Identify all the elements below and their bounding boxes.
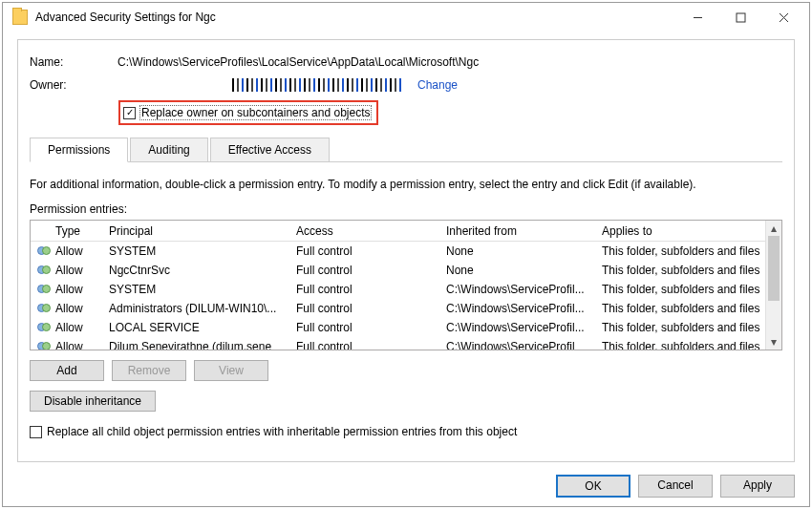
cell-inherited: None — [442, 264, 598, 277]
disable-inheritance-button[interactable]: Disable inheritance — [30, 391, 156, 412]
cell-type: Allow — [52, 302, 105, 315]
table-row[interactable]: AllowSYSTEMFull controlNoneThis folder, … — [31, 242, 765, 261]
remove-button[interactable]: Remove — [112, 360, 186, 381]
cell-inherited: C:\Windows\ServiceProfil... — [442, 283, 598, 296]
owner-label: Owner: — [30, 78, 118, 92]
cell-type: Allow — [52, 283, 105, 296]
replace-child-label: Replace all child object permission entr… — [47, 425, 517, 438]
cell-principal: NgcCtnrSvc — [105, 264, 292, 277]
scroll-down-icon[interactable]: ▾ — [766, 334, 782, 350]
cell-access: Full control — [292, 321, 442, 334]
content-panel: Name: C:\Windows\ServiceProfiles\LocalSe… — [17, 39, 795, 462]
cell-applies: This folder, subfolders and files — [598, 244, 765, 258]
view-button[interactable]: View — [194, 360, 268, 381]
col-inherited[interactable]: Inherited from — [442, 224, 598, 238]
users-icon — [37, 245, 52, 257]
table-row[interactable]: AllowSYSTEMFull controlC:\Windows\Servic… — [31, 280, 765, 299]
col-principal[interactable]: Principal — [105, 224, 292, 238]
col-applies[interactable]: Applies to — [598, 224, 765, 238]
titlebar: Advanced Security Settings for Ngc — [3, 3, 809, 32]
permission-entries-label: Permission entries: — [30, 202, 782, 216]
cell-access: Full control — [292, 283, 442, 296]
name-label: Name: — [30, 55, 118, 69]
cell-principal: LOCAL SERVICE — [105, 321, 292, 334]
table-row[interactable]: AllowLOCAL SERVICEFull controlC:\Windows… — [31, 318, 765, 337]
add-button[interactable]: Add — [30, 360, 104, 381]
scroll-up-icon[interactable]: ▴ — [766, 221, 782, 236]
cell-inherited: None — [442, 244, 598, 258]
cell-applies: This folder, subfolders and files — [598, 264, 765, 277]
tab-effective-access[interactable]: Effective Access — [210, 138, 330, 162]
cell-applies: This folder, subfolders and files — [598, 340, 765, 350]
tab-bar: Permissions Auditing Effective Access — [30, 138, 782, 162]
cell-type: Allow — [52, 340, 105, 350]
cell-type: Allow — [52, 244, 105, 258]
svg-rect-1 — [737, 13, 745, 22]
dialog-buttons: OK Cancel Apply — [556, 475, 795, 498]
cell-access: Full control — [292, 302, 442, 315]
cell-access: Full control — [292, 264, 442, 277]
permissions-table: Type Principal Access Inherited from App… — [30, 220, 782, 350]
replace-owner-label: Replace owner on subcontainers and objec… — [139, 105, 372, 120]
cell-type: Allow — [52, 321, 105, 334]
cell-principal: Dilum Senevirathne (dilum.sene — [105, 340, 292, 350]
tab-permissions[interactable]: Permissions — [30, 138, 128, 162]
cell-principal: SYSTEM — [105, 244, 292, 258]
owner-value-redacted — [232, 78, 404, 92]
users-icon — [37, 265, 52, 276]
table-row[interactable]: AllowAdministrators (DILUM-WIN10\...Full… — [31, 299, 765, 318]
window-title: Advanced Security Settings for Ngc — [33, 11, 676, 24]
cell-principal: Administrators (DILUM-WIN10\... — [105, 302, 292, 315]
cell-inherited: C:\Windows\ServiceProfil... — [442, 321, 598, 334]
col-access[interactable]: Access — [292, 224, 442, 238]
users-icon — [37, 322, 52, 333]
users-icon — [37, 303, 52, 314]
apply-button[interactable]: Apply — [720, 475, 795, 498]
cell-access: Full control — [292, 340, 442, 350]
cell-inherited: C:\Windows\ServiceProfil — [442, 340, 598, 350]
table-row[interactable]: AllowNgcCtnrSvcFull controlNoneThis fold… — [31, 261, 765, 280]
replace-child-checkbox[interactable] — [30, 426, 42, 438]
cell-applies: This folder, subfolders and files — [598, 302, 765, 315]
cell-type: Allow — [52, 264, 105, 277]
users-icon — [37, 284, 52, 295]
ok-button[interactable]: OK — [556, 475, 630, 498]
table-row[interactable]: AllowDilum Senevirathne (dilum.seneFull … — [31, 337, 765, 350]
cell-principal: SYSTEM — [105, 283, 292, 296]
scroll-thumb[interactable] — [768, 236, 780, 301]
change-owner-link[interactable]: Change — [417, 78, 458, 92]
folder-icon — [12, 10, 28, 25]
maximize-button[interactable] — [719, 4, 762, 31]
name-value: C:\Windows\ServiceProfiles\LocalService\… — [118, 55, 479, 69]
cell-inherited: C:\Windows\ServiceProfil... — [442, 302, 598, 315]
minimize-button[interactable] — [676, 4, 719, 31]
table-header: Type Principal Access Inherited from App… — [31, 221, 765, 242]
highlight-annotation: ✓ Replace owner on subcontainers and obj… — [118, 100, 378, 125]
cell-access: Full control — [292, 244, 442, 258]
replace-owner-checkbox[interactable]: ✓ — [123, 107, 136, 119]
info-text: For additional information, double-click… — [30, 178, 782, 191]
close-button[interactable] — [762, 4, 805, 31]
vertical-scrollbar[interactable]: ▴ ▾ — [765, 221, 781, 350]
security-settings-window: Advanced Security Settings for Ngc Name:… — [2, 2, 810, 507]
cell-applies: This folder, subfolders and files — [598, 283, 765, 296]
cell-applies: This folder, subfolders and files — [598, 321, 765, 334]
cancel-button[interactable]: Cancel — [638, 475, 713, 498]
col-type[interactable]: Type — [52, 224, 105, 238]
users-icon — [37, 341, 52, 350]
tab-auditing[interactable]: Auditing — [130, 138, 207, 162]
